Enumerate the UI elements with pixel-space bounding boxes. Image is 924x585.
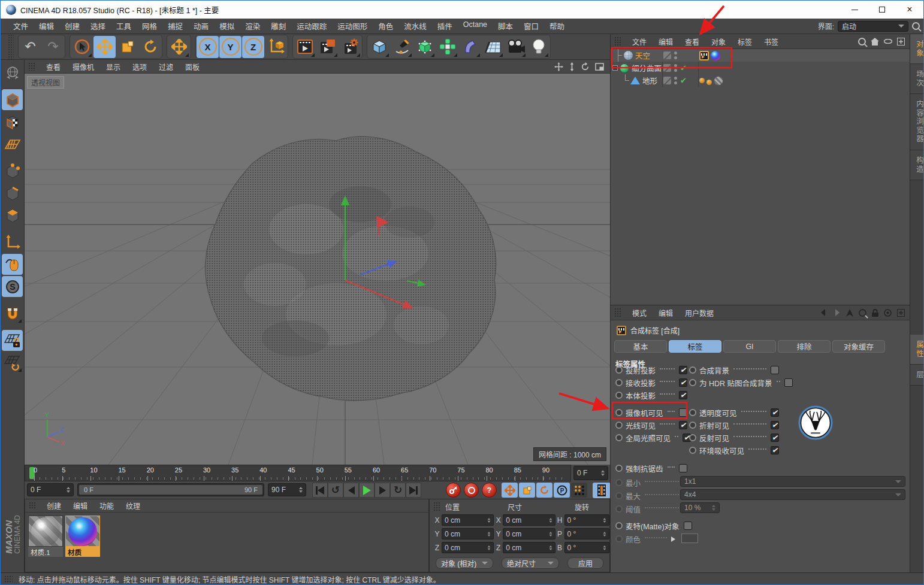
checkbox[interactable]: ✔ (684, 522, 692, 530)
add-panel-icon[interactable] (897, 38, 905, 46)
property-row[interactable]: 投射投影 ✔ (615, 364, 687, 376)
workplane-mode-button[interactable] (2, 134, 23, 154)
current-frame-field[interactable]: 0 F (27, 483, 74, 496)
render-view-button[interactable] (294, 36, 316, 58)
subdivision-surface-icon[interactable] (620, 63, 629, 73)
keyframe-selection-button[interactable]: ? (482, 483, 497, 498)
attribute-menu-item[interactable]: 用户数据 (679, 308, 720, 318)
checkbox[interactable]: ✔ (784, 378, 793, 387)
dock-tab[interactable]: 对象 (910, 34, 924, 64)
close-button[interactable]: × (896, 1, 923, 19)
dock-tab[interactable]: 内容浏览器 (910, 94, 924, 150)
am-add-panel-icon[interactable] (897, 309, 905, 317)
layer-swatch[interactable] (663, 77, 671, 84)
add-camera-button[interactable] (505, 36, 527, 58)
material-thumbnail-glass[interactable] (28, 516, 63, 547)
attribute-tab[interactable]: 对象缓存 (832, 340, 885, 353)
points-mode-button[interactable] (2, 160, 23, 181)
menu-item[interactable]: 脚本 (493, 20, 518, 32)
key-scale-button[interactable] (519, 483, 535, 498)
menu-item[interactable]: 选择 (85, 20, 111, 32)
property-row[interactable]: 透明度可见 ✔ (689, 407, 779, 419)
texture-tag-stripes[interactable] (714, 76, 723, 86)
checkbox[interactable]: ✔ (771, 434, 779, 442)
dock-tab[interactable]: 场次 (910, 64, 924, 94)
undo-button[interactable]: ↶ (19, 36, 41, 58)
make-editable-button[interactable] (2, 62, 23, 83)
size-mode-dropdown[interactable]: 绝对尺寸 (502, 557, 559, 569)
interface-dropdown[interactable]: 启动 (838, 21, 908, 32)
maximize-button[interactable] (868, 1, 896, 19)
menu-item[interactable]: 动画 (188, 20, 214, 32)
play-button[interactable] (359, 483, 375, 498)
apply-button[interactable]: 应用 (567, 557, 603, 569)
rotate-tool[interactable] (139, 36, 161, 58)
size-z-field[interactable]: 0 cm (503, 542, 555, 553)
enable-snap-button[interactable] (2, 303, 23, 324)
material-menu-item[interactable]: 编辑 (67, 501, 93, 511)
object-row-subdivision[interactable]: 细分曲面 ✔ (611, 62, 910, 74)
key-position-button[interactable] (502, 483, 518, 498)
checkbox[interactable]: ✔ (679, 366, 687, 374)
om-search-icon[interactable] (858, 38, 866, 46)
menu-item[interactable]: 创建 (59, 20, 85, 32)
checkbox[interactable]: ✔ (679, 391, 687, 399)
key-pla-button[interactable] (571, 483, 587, 498)
property-row[interactable]: 折射可见 ✔ (689, 419, 779, 431)
object-manager-menu-item[interactable]: 对象 (705, 37, 732, 47)
add-generator-array-button[interactable] (436, 36, 458, 58)
property-row-force-aa[interactable]: 强制抗锯齿 ✔ (615, 462, 687, 474)
viewport-grip[interactable] (28, 62, 35, 71)
last-used-tool[interactable] (168, 36, 190, 58)
minimize-button[interactable] (841, 1, 868, 19)
coordinates-grip[interactable] (433, 502, 440, 511)
scale-tool[interactable] (116, 36, 138, 58)
zoom-view-icon[interactable] (569, 62, 575, 71)
am-search-icon[interactable] (859, 309, 866, 317)
lock-workplane-button[interactable] (2, 330, 23, 351)
compositing-tag-selected[interactable] (699, 51, 709, 60)
frame-spinner[interactable]: 0 F (573, 466, 608, 480)
object-row-landscape[interactable]: 地形 ✔ (611, 74, 910, 87)
checkbox[interactable]: ✔ (679, 421, 687, 429)
rot-b-field[interactable]: 0 ° (564, 542, 609, 553)
pick-arrow-icon[interactable] (846, 309, 853, 317)
material-menu-item[interactable]: 创建 (41, 501, 67, 511)
enabled-check[interactable]: ✔ (680, 76, 687, 85)
menu-item[interactable]: 窗口 (518, 20, 544, 32)
smoothing-tag[interactable] (706, 80, 712, 85)
menu-item[interactable]: 雕刻 (265, 20, 291, 32)
property-row[interactable]: 本体投影 ✔ (615, 389, 687, 401)
menu-item[interactable]: 捕捉 (162, 20, 188, 32)
property-row[interactable]: 合成背景 ✔ (689, 364, 779, 376)
move-tool[interactable] (93, 36, 116, 58)
checkbox[interactable]: ✔ (679, 408, 687, 417)
play-backwards-loop-button[interactable]: ↺ (328, 483, 343, 498)
property-row[interactable]: 全局光照可见 ✔ (615, 432, 687, 444)
menu-item[interactable]: 文件 (8, 20, 34, 32)
menu-item[interactable]: 编辑 (34, 20, 59, 32)
add-subdivision-surface-button[interactable] (413, 36, 436, 58)
object-row-sky[interactable]: 天空 (611, 49, 910, 62)
size-x-field[interactable]: 0 cm (503, 514, 555, 526)
dock-tab[interactable]: 属性 (910, 335, 924, 365)
property-row[interactable]: 接收投影 ✔ (615, 377, 687, 389)
layer-swatch[interactable] (663, 64, 671, 72)
toolbar-grip[interactable] (8, 34, 14, 59)
layer-swatch[interactable] (663, 51, 671, 59)
pos-x-field[interactable]: 0 cm (442, 514, 494, 526)
object-manager-menu-item[interactable]: 书签 (758, 37, 784, 47)
viewport-solo-button[interactable] (2, 254, 23, 275)
model-mode-button[interactable] (2, 89, 23, 110)
record-keyframe-button[interactable] (446, 483, 461, 498)
goto-end-button[interactable] (406, 483, 421, 498)
checkbox[interactable]: ✔ (679, 464, 687, 472)
end-frame-field[interactable]: 90 F (268, 483, 306, 496)
menu-item[interactable]: 运动跟踪 (291, 20, 332, 32)
snap-settings-button[interactable]: S (2, 276, 23, 297)
attribute-menu-item[interactable]: 模式 (626, 308, 653, 318)
object-manager-menu-item[interactable]: 标签 (732, 37, 758, 47)
autokey-button[interactable] (464, 483, 479, 498)
history-forward-icon[interactable] (833, 309, 841, 316)
material-name[interactable]: 材质 (65, 547, 100, 557)
